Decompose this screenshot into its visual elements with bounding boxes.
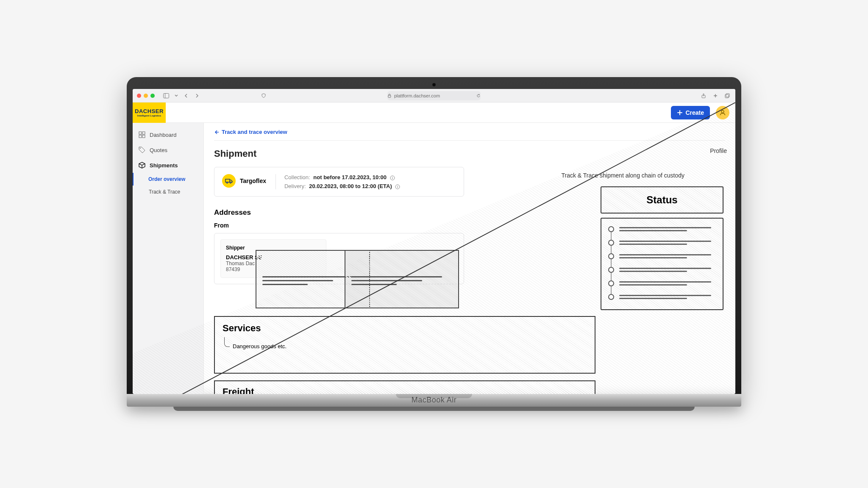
delivery-row: Delivery: 20.02.2023, 08:00 to 12:00 (ET… <box>284 183 400 189</box>
status-title: Status <box>601 186 723 214</box>
sidebar-sub-label: Order overview <box>148 176 185 182</box>
freight-title: Freight <box>223 386 587 394</box>
svg-point-11 <box>140 148 141 149</box>
step-dot-icon <box>608 294 614 300</box>
truck-icon <box>225 178 233 184</box>
reload-icon[interactable] <box>476 94 481 98</box>
plus-icon <box>677 110 683 116</box>
info-icon[interactable] <box>395 184 400 189</box>
share-icon[interactable] <box>700 92 707 100</box>
status-panel: Status <box>601 186 723 310</box>
fullscreen-window-icon[interactable] <box>150 94 155 98</box>
back-link[interactable]: Track and trace overview <box>214 129 725 141</box>
device-label: MacBook Air <box>412 394 457 405</box>
svg-rect-5 <box>726 94 729 97</box>
sidebar-sub-order-overview[interactable]: Order overview <box>133 173 203 186</box>
status-step <box>608 280 716 286</box>
laptop-base: MacBook Air <box>127 394 741 407</box>
app-root: DACHSER Intelligent Logistics Create Das <box>133 103 735 394</box>
shield-icon[interactable] <box>260 92 267 100</box>
brand-logo[interactable]: DACHSER Intelligent Logistics <box>133 103 166 123</box>
step-text-placeholder <box>619 254 716 258</box>
info-icon[interactable] <box>390 175 395 180</box>
sidebar: Dashboard Quotes Shipments Order overvie… <box>133 103 204 394</box>
step-text-placeholder <box>619 227 716 231</box>
status-step <box>608 294 716 300</box>
step-dot-icon <box>608 267 614 273</box>
shipment-summary-card: Targoflex Collection: not before 17.02.2… <box>214 167 464 197</box>
svg-point-14 <box>230 182 231 183</box>
brand-sub: Intelligent Logistics <box>137 114 161 117</box>
delivery-label: Delivery: <box>284 183 306 189</box>
arrow-left-icon <box>214 130 219 135</box>
services-note: Dangerous goods etc. <box>223 343 587 349</box>
collection-row: Collection: not before 17.02.2023, 10:00 <box>284 174 400 180</box>
tag-icon <box>139 147 145 153</box>
dashboard-icon <box>139 131 145 138</box>
laptop-mockup: plattform.dachser.com DACHSER Intelligen… <box>127 77 741 411</box>
create-button[interactable]: Create <box>671 106 710 119</box>
minimize-window-icon[interactable] <box>144 94 148 98</box>
chevron-down-icon[interactable] <box>172 92 180 100</box>
sketch-freight-panel: Freight <box>214 380 595 394</box>
app-header: DACHSER Intelligent Logistics Create <box>133 103 735 123</box>
svg-point-13 <box>227 182 228 183</box>
sidebar-item-shipments[interactable]: Shipments <box>133 158 203 173</box>
carrier-name: Targoflex <box>240 177 266 184</box>
sketch-services-panel: Services Dangerous goods etc. <box>214 316 595 374</box>
status-step <box>608 253 716 259</box>
back-label: Track and trace overview <box>222 129 287 135</box>
shipment-meta: Collection: not before 17.02.2023, 10:00… <box>275 174 400 189</box>
sidebar-item-dashboard[interactable]: Dashboard <box>133 127 203 142</box>
plus-icon[interactable] <box>712 92 719 100</box>
back-icon[interactable] <box>183 92 190 100</box>
track-annotation: Track & Trace shipment along chain of cu… <box>561 172 684 179</box>
sidebar-item-quotes[interactable]: Quotes <box>133 142 203 158</box>
step-text-placeholder <box>619 241 716 245</box>
carrier-block: Targoflex <box>222 174 266 188</box>
carrier-logo <box>222 174 236 188</box>
status-step <box>608 267 716 273</box>
sidebar-sub-label: Track & Trace <box>149 189 180 195</box>
brand-main: DACHSER <box>135 108 164 114</box>
sidebar-item-label: Dashboard <box>150 132 177 138</box>
lock-icon <box>387 94 392 98</box>
user-icon <box>719 109 726 116</box>
svg-rect-8 <box>142 132 145 134</box>
step-text-placeholder <box>619 268 716 272</box>
svg-rect-7 <box>139 132 142 134</box>
camera-dot <box>432 83 436 86</box>
status-step <box>608 240 716 246</box>
sidebar-sub-track-trace[interactable]: Track & Trace <box>133 186 203 198</box>
screen-bezel: plattform.dachser.com DACHSER Intelligen… <box>127 77 741 394</box>
browser-toolbar: plattform.dachser.com <box>133 89 735 103</box>
sidebar-item-label: Shipments <box>150 162 178 169</box>
forward-icon[interactable] <box>193 92 200 100</box>
create-label: Create <box>685 109 704 116</box>
placeholder-lines <box>345 251 458 285</box>
sidebar-icon[interactable] <box>162 92 170 100</box>
status-timeline <box>601 218 723 310</box>
sketch-address-card-b <box>345 250 459 308</box>
status-step <box>608 226 716 232</box>
page-title: Shipment <box>214 148 725 159</box>
step-dot-icon <box>608 253 614 259</box>
svg-rect-12 <box>225 179 230 182</box>
step-text-placeholder <box>619 295 716 299</box>
toolbar-left <box>162 92 200 100</box>
laptop-feet <box>173 407 695 411</box>
svg-rect-2 <box>388 95 391 97</box>
step-text-placeholder <box>619 281 716 286</box>
package-icon <box>139 162 145 169</box>
svg-rect-0 <box>164 93 169 98</box>
tabs-icon[interactable] <box>723 92 731 100</box>
avatar[interactable] <box>716 106 729 119</box>
svg-rect-10 <box>142 135 145 138</box>
address-text: plattform.dachser.com <box>394 93 440 98</box>
address-bar[interactable]: plattform.dachser.com <box>387 91 481 100</box>
step-dot-icon <box>608 240 614 246</box>
svg-point-6 <box>721 110 724 113</box>
step-dot-icon <box>608 226 614 232</box>
close-window-icon[interactable] <box>137 94 141 98</box>
screen: plattform.dachser.com DACHSER Intelligen… <box>133 89 735 394</box>
